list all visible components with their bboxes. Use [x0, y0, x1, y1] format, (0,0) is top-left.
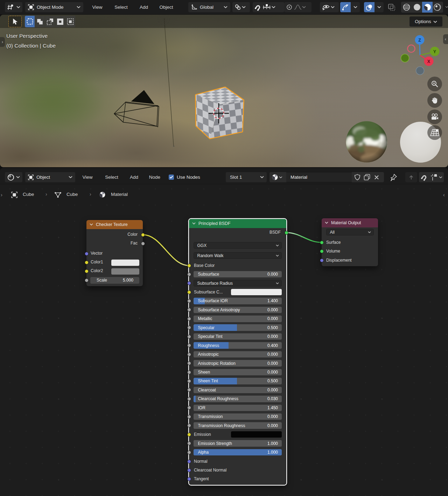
- svg-text:Z: Z: [418, 38, 421, 43]
- svg-text:Y: Y: [433, 49, 436, 54]
- svg-text:X: X: [427, 59, 430, 64]
